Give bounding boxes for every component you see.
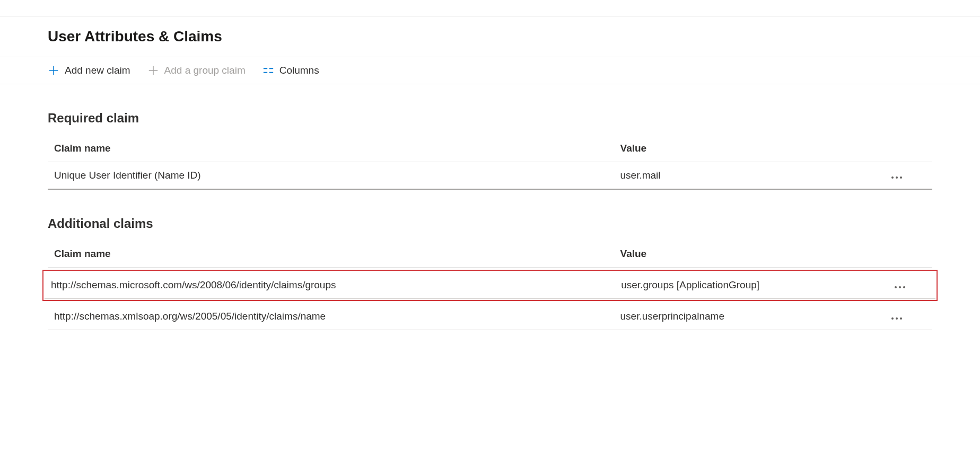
claim-name-cell: http://schemas.xmlsoap.org/ws/2005/05/id… xyxy=(48,303,614,330)
table-row[interactable]: http://schemas.xmlsoap.org/ws/2005/05/id… xyxy=(48,303,932,330)
column-header-value[interactable]: Value xyxy=(614,241,862,268)
add-new-claim-button[interactable]: Add new claim xyxy=(48,65,130,76)
add-group-claim-button[interactable]: Add a group claim xyxy=(147,65,246,76)
toolbar: Add new claim Add a group claim Colu xyxy=(0,57,980,84)
claim-value-cell: user.userprincipalname xyxy=(614,303,862,330)
columns-button[interactable]: Columns xyxy=(262,65,319,76)
table-row[interactable]: Unique User Identifier (Name ID) user.ma… xyxy=(48,162,932,190)
more-actions-icon[interactable] xyxy=(889,315,904,322)
claim-name-cell: http://schemas.microsoft.com/ws/2008/06/… xyxy=(45,272,615,299)
additional-claims-header-table: Claim name Value xyxy=(48,241,932,268)
additional-claims-section: Additional claims Claim name Value http:… xyxy=(48,216,932,330)
plus-icon xyxy=(48,65,59,76)
required-claim-section: Required claim Claim name Value Unique U… xyxy=(48,111,932,190)
required-claim-table: Claim name Value Unique User Identifier … xyxy=(48,135,932,190)
plus-icon xyxy=(147,65,159,76)
add-group-claim-label: Add a group claim xyxy=(164,65,246,76)
columns-label: Columns xyxy=(279,65,319,76)
page-title: User Attributes & Claims xyxy=(0,16,980,57)
additional-claims-table: http://schemas.xmlsoap.org/ws/2005/05/id… xyxy=(48,303,932,330)
columns-icon xyxy=(262,65,274,76)
highlighted-row-box: http://schemas.microsoft.com/ws/2008/06/… xyxy=(42,270,938,301)
more-actions-icon[interactable] xyxy=(889,174,904,181)
required-claim-title: Required claim xyxy=(48,111,932,126)
more-actions-icon[interactable] xyxy=(892,284,907,290)
claim-name-cell: Unique User Identifier (Name ID) xyxy=(48,162,614,190)
table-row[interactable]: http://schemas.microsoft.com/ws/2008/06/… xyxy=(45,272,935,299)
column-header-value[interactable]: Value xyxy=(614,135,862,162)
claim-value-cell: user.groups [ApplicationGroup] xyxy=(615,272,864,299)
column-header-claim-name[interactable]: Claim name xyxy=(48,241,614,268)
column-header-claim-name[interactable]: Claim name xyxy=(48,135,614,162)
additional-claims-title: Additional claims xyxy=(48,216,932,231)
add-new-claim-label: Add new claim xyxy=(65,65,130,76)
additional-claims-table: http://schemas.microsoft.com/ws/2008/06/… xyxy=(45,272,935,299)
claim-value-cell: user.mail xyxy=(614,162,862,190)
